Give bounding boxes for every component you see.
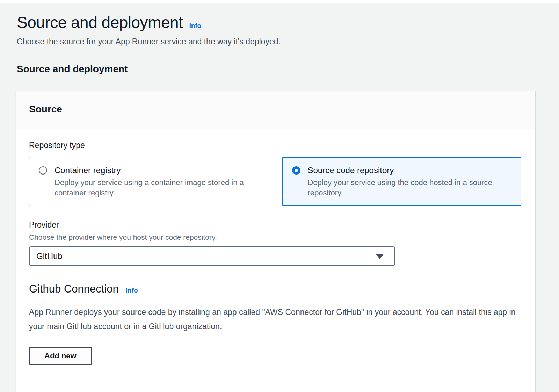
radio-selected-icon[interactable] xyxy=(292,166,300,175)
tile-description: Deploy your service using a container im… xyxy=(55,177,250,198)
provider-label: Provider xyxy=(29,220,521,230)
tile-container-registry[interactable]: Container registry Deploy your service u… xyxy=(29,157,268,206)
repository-type-label: Repository type xyxy=(29,140,521,150)
tile-title: Container registry xyxy=(55,165,250,176)
section-heading: Source and deployment xyxy=(16,64,543,75)
github-connection-info-link[interactable]: Info xyxy=(126,287,138,294)
top-white-strip xyxy=(0,0,559,3)
tile-description: Deploy your service using the code hoste… xyxy=(308,177,503,198)
repository-type-tiles: Container registry Deploy your service u… xyxy=(29,157,521,206)
source-panel: Source Repository type Container registr… xyxy=(16,91,536,392)
caret-down-icon xyxy=(376,254,384,259)
provider-selected-value: GitHub xyxy=(36,251,63,261)
tile-text: Container registry Deploy your service u… xyxy=(55,165,250,198)
source-panel-body: Repository type Container registry Deplo… xyxy=(16,129,535,392)
source-panel-title: Source xyxy=(29,104,522,115)
tile-source-code-repository[interactable]: Source code repository Deploy your servi… xyxy=(282,157,522,206)
github-connection-heading: Github Connection xyxy=(29,283,119,295)
page-title: Source and deployment xyxy=(17,13,183,31)
source-panel-header: Source xyxy=(16,91,535,129)
tile-text: Source code repository Deploy your servi… xyxy=(308,165,503,198)
radio-unselected-icon[interactable] xyxy=(39,166,47,175)
tile-title: Source code repository xyxy=(308,165,503,176)
page-header: Source and deployment Info xyxy=(16,13,543,31)
provider-select[interactable]: GitHub xyxy=(29,246,395,266)
source-and-deployment-page: Source and deployment Info Choose the so… xyxy=(0,3,559,392)
github-connection-description: App Runner deploys your source code by i… xyxy=(29,305,521,334)
provider-description: Choose the provider where you host your … xyxy=(29,233,521,242)
add-new-button[interactable]: Add new xyxy=(29,347,92,365)
page-subtitle: Choose the source for your App Runner se… xyxy=(16,36,543,47)
github-connection-header: Github Connection Info xyxy=(29,283,521,295)
provider-field: Provider Choose the provider where you h… xyxy=(29,220,521,266)
page-title-info-link[interactable]: Info xyxy=(189,22,201,30)
